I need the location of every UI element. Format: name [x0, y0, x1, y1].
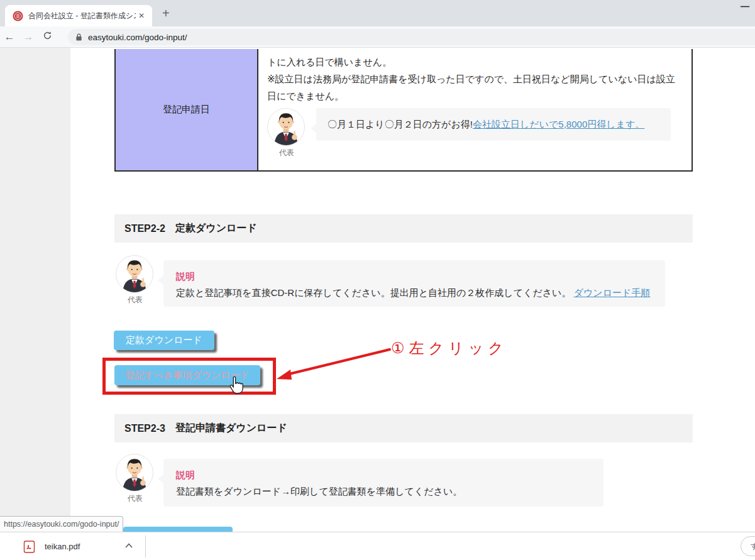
representative-avatar [116, 454, 153, 491]
downloads-bar-divider [145, 535, 146, 557]
step2-2-header: STEP2-2 定款ダウンロード [114, 214, 693, 243]
annotation-arrow-icon [274, 341, 395, 385]
step2-3-title: 登記申請書ダウンロード [175, 422, 287, 435]
avatar-caption: 代表 [116, 493, 155, 504]
registration-date-table-row: 登記申請日 トに入れる日で構いません。 ※設立日は法務局が登記申請書を受け取った… [114, 49, 693, 172]
bubble-notch [158, 474, 164, 484]
bubble-notch [311, 123, 317, 133]
page-viewport: 登記申請日 トに入れる日で構いません。 ※設立日は法務局が登記申請書を受け取った… [0, 48, 755, 532]
download-procedure-link[interactable]: ダウンロード手順 [574, 287, 651, 298]
teikan-download-button[interactable]: 定款ダウンロード [114, 331, 214, 350]
avatar-caption: 代表 [267, 147, 306, 158]
step2-2-number: STEP2-2 [124, 223, 165, 234]
representative-avatar-block: 代表 [116, 454, 155, 504]
table-text-line2: ※設立日は法務局が登記申請書を受け取った日ですので、土日祝日など開局していない日… [267, 70, 683, 104]
table-row-label: 登記申請日 [116, 49, 258, 170]
step2-2-description-bubble: 説明 定款と登記事項を直接CD-Rに保存してください。提出用と自社用の２枚作成し… [163, 260, 665, 307]
step2-2-title: 定款ダウンロード [175, 222, 257, 235]
tip-bubble: 〇月１日より〇月２日の方がお得! 会社設立日しだいで5,8000円得します。 [316, 108, 671, 141]
table-row-body: トに入れる日で構いません。 ※設立日は法務局が登記申請書を受け取った日ですので、… [258, 49, 692, 170]
representative-avatar-block: 代表 [116, 255, 155, 305]
download-file-name: teikan.pdf [45, 542, 80, 551]
reload-icon [43, 31, 52, 40]
tab-title: 合同会社設立 - 登記書類作成シス [28, 11, 136, 21]
browser-tab[interactable]: 合同会社設立 - 登記書類作成シス ✕ [5, 5, 152, 26]
annotation-label: ①左クリック [391, 338, 508, 358]
reload-button[interactable] [38, 31, 57, 43]
step2-3-number: STEP2-3 [124, 423, 165, 434]
description-label: 説明 [176, 467, 591, 483]
representative-avatar [116, 255, 153, 293]
step2-3-header: STEP2-3 登記申請書ダウンロード [114, 414, 693, 442]
tab-close-icon[interactable]: ✕ [136, 10, 147, 21]
description-label: 説明 [176, 268, 653, 285]
bubble-notch [158, 275, 164, 285]
annotation-highlight-box [102, 358, 276, 395]
download-expand-chevron-icon[interactable] [123, 540, 135, 551]
table-text-line1: トに入れる日で構いません。 [267, 53, 683, 70]
representative-avatar-image [268, 109, 304, 145]
representative-avatar-image [116, 256, 153, 292]
back-button[interactable]: ← [0, 31, 19, 43]
step2-2-description-text: 定款と登記事項を直接CD-Rに保存してください。提出用と自社用の２枚作成してくだ… [176, 287, 571, 298]
browser-window: 合同会社設立 - 登記書類作成シス ✕ + — ← → easytouki.co… [0, 0, 755, 560]
partial-download-button[interactable] [123, 527, 233, 532]
representative-avatar-image [116, 454, 153, 491]
tip-text: 〇月１日より〇月２日の方がお得! [328, 118, 473, 131]
hand-cursor-icon [228, 376, 244, 395]
representative-avatar [267, 108, 305, 146]
step2-3-description-text: 登記書類をダウンロード→印刷して登記書類を準備してください。 [176, 483, 591, 500]
download-item[interactable]: teikan.pdf [23, 532, 80, 560]
annotation-label-text: ①左クリック [391, 339, 508, 356]
representative-avatar-block: 代表 [267, 108, 306, 158]
lock-icon [75, 33, 82, 41]
url-text: easytouki.com/godo-input/ [88, 33, 187, 42]
downloads-bar: teikan.pdf すべて表示 [0, 532, 755, 560]
site-favicon-icon [13, 11, 23, 21]
window-minimize-button[interactable]: — [741, 1, 749, 11]
new-tab-button[interactable]: + [162, 7, 170, 19]
tab-strip: 合同会社設立 - 登記書類作成シス ✕ + — [0, 0, 755, 26]
browser-toolbar: ← → easytouki.com/godo-input/ [0, 26, 755, 48]
step2-3-description-bubble: 説明 登記書類をダウンロード→印刷して登記書類を準備してください。 [163, 459, 603, 507]
pdf-file-icon [23, 539, 36, 554]
forward-button[interactable]: → [19, 31, 38, 43]
address-bar[interactable]: easytouki.com/godo-input/ [68, 29, 755, 45]
show-all-downloads-button[interactable]: すべて表示 [741, 536, 755, 556]
avatar-caption: 代表 [116, 294, 155, 305]
status-bar-link-preview: https://easytouki.com/godo-input/ [0, 516, 123, 532]
tip-link[interactable]: 会社設立日しだいで5,8000円得します。 [473, 118, 644, 131]
